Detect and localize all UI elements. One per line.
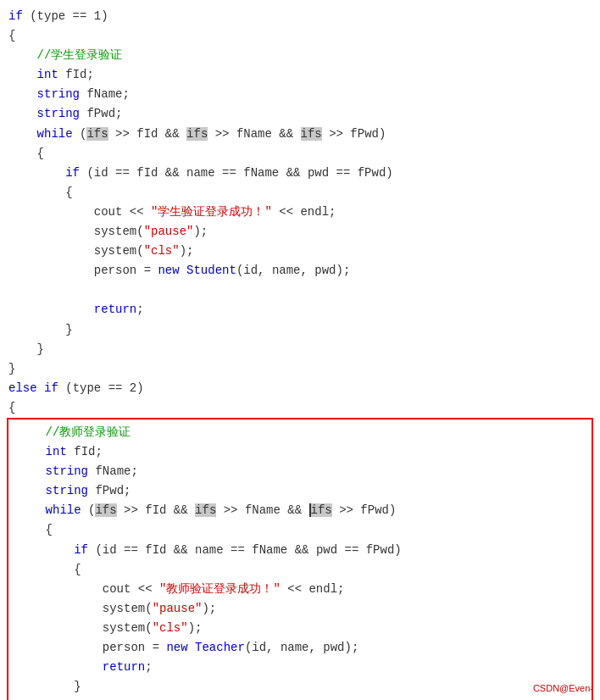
code-line-6: string fPwd; [0, 104, 600, 124]
code-line-27: { [17, 520, 583, 540]
code-line-17: } [0, 320, 600, 340]
code-line-4: int fId; [0, 65, 600, 85]
code-line-3: //学生登录验证 [0, 46, 600, 65]
code-line-9: if (id == fId && name == fName && pwd ==… [0, 164, 600, 183]
code-line-26: while (ifs >> fId && ifs >> fName && ifs… [17, 501, 583, 520]
code-line-16: return; [0, 300, 600, 319]
code-line-34: return; [17, 658, 583, 677]
code-line-18: } [0, 340, 600, 359]
code-line-31: system("pause"); [17, 599, 583, 619]
code-line-25: string fPwd; [17, 481, 583, 501]
code-line-11: cout << "学生验证登录成功！" << endl; [0, 203, 600, 222]
highlight-section: //教师登录验证 int fId; string fName; string f… [7, 418, 593, 700]
code-line-7: while (ifs >> fId && ifs >> fName && ifs… [0, 125, 600, 144]
code-line-14: person = new Student(id, name, pwd); [0, 261, 600, 281]
code-line-1: if (type == 1) [0, 7, 600, 26]
code-line-23: int fId; [17, 442, 583, 462]
watermark: CSDN@Even- [533, 681, 593, 697]
code-line-32: system("cls"); [17, 619, 583, 638]
code-line-21: { [0, 398, 600, 418]
code-line-28: if (id == fId && name == fName && pwd ==… [17, 541, 583, 560]
code-line-13: system("cls"); [0, 242, 600, 261]
code-line-15 [0, 281, 600, 300]
code-line-2: { [0, 26, 600, 46]
code-line-12: system("pause"); [0, 222, 600, 242]
highlight-inner: //教师登录验证 int fId; string fName; string f… [8, 423, 592, 700]
code-line-35: } [17, 677, 583, 697]
code-line-19: } [0, 359, 600, 379]
code-line-20: else if (type == 2) [0, 379, 600, 398]
code-line-22: //教师登录验证 [17, 423, 583, 442]
code-line-36: } [17, 697, 583, 700]
code-line-5: string fName; [0, 85, 600, 104]
code-line-8: { [0, 144, 600, 164]
code-line-33: person = new Teacher(id, name, pwd); [17, 638, 583, 658]
code-line-24: string fName; [17, 462, 583, 481]
code-line-10: { [0, 183, 600, 203]
code-container: if (type == 1) { //学生登录验证 int fId; strin… [0, 0, 600, 700]
code-line-29: { [17, 560, 583, 580]
code-line-30: cout << "教师验证登录成功！" << endl; [17, 580, 583, 599]
